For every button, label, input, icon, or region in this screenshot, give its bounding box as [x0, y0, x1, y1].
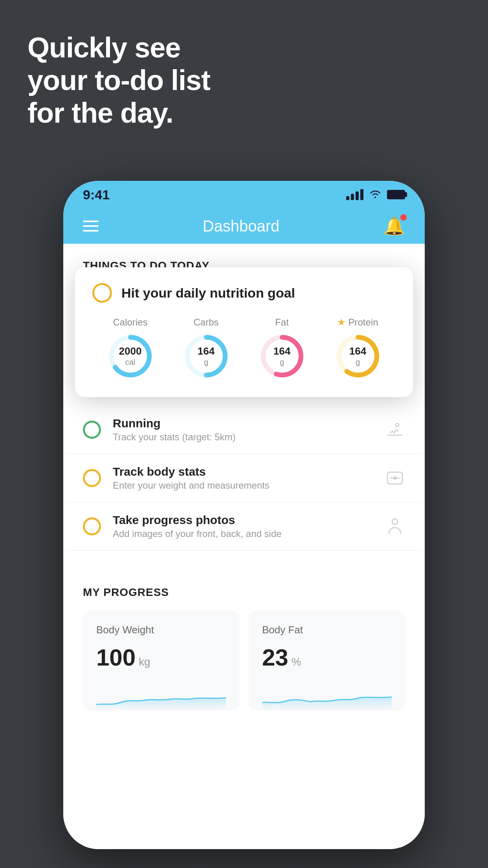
card-title: Hit your daily nutrition goal	[121, 285, 295, 301]
body-weight-card[interactable]: Body Weight 100 kg	[83, 611, 239, 710]
protein-donut: 164 g	[334, 333, 382, 380]
body-fat-unit: %	[292, 656, 301, 668]
carbs-donut: 164 g	[183, 333, 230, 380]
progress-section: MY PROGRESS Body Weight 100 kg	[63, 566, 425, 710]
protein-value: 164 g	[349, 345, 366, 367]
hero-title: Quickly see your to-do list for the day.	[28, 31, 210, 129]
photos-subtitle: Add images of your front, back, and side	[113, 528, 373, 539]
fat-label: Fat	[275, 317, 289, 328]
svg-point-10	[392, 519, 398, 524]
todo-list: Running Track your stats (target: 5km) T…	[63, 406, 425, 551]
notification-badge	[400, 214, 407, 221]
running-icon	[385, 419, 405, 440]
battery-icon	[387, 190, 405, 199]
signal-icon	[346, 189, 363, 200]
menu-button[interactable]	[83, 221, 99, 232]
running-text: Running Track your stats (target: 5km)	[113, 417, 373, 443]
body-fat-number: 23	[262, 644, 288, 671]
nutrition-card[interactable]: Hit your daily nutrition goal Calories	[75, 267, 413, 397]
carbs-value: 164 g	[198, 345, 215, 367]
nutrition-fat: Fat 164 g	[259, 317, 306, 380]
running-subtitle: Track your stats (target: 5km)	[113, 432, 373, 443]
scale-icon	[385, 468, 405, 488]
task-radio-body-stats[interactable]	[83, 469, 101, 487]
body-stats-subtitle: Enter your weight and measurements	[113, 480, 373, 491]
body-weight-label: Body Weight	[96, 624, 226, 636]
body-fat-label: Body Fat	[262, 624, 392, 636]
body-weight-unit: kg	[139, 656, 150, 668]
task-radio-nutrition[interactable]	[92, 283, 112, 303]
status-bar: 9:41	[63, 181, 425, 208]
status-icons	[346, 188, 405, 201]
wifi-icon	[369, 188, 382, 201]
list-item[interactable]: Running Track your stats (target: 5km)	[63, 406, 425, 454]
task-radio-photos[interactable]	[83, 517, 101, 535]
body-fat-card[interactable]: Body Fat 23 %	[249, 611, 405, 710]
nav-title: Dashboard	[203, 217, 280, 235]
photos-text: Take progress photos Add images of your …	[113, 513, 373, 539]
progress-title: MY PROGRESS	[83, 586, 405, 599]
app-content: THINGS TO DO TODAY Hit your daily nutrit…	[63, 244, 425, 849]
running-title: Running	[113, 417, 373, 430]
list-item[interactable]: Track body stats Enter your weight and m…	[63, 454, 425, 502]
nutrition-protein: ★ Protein 164 g	[334, 317, 382, 380]
nutrition-circles: Calories 2000 cal	[92, 317, 396, 380]
body-weight-number: 100	[96, 644, 136, 671]
protein-label: ★ Protein	[337, 317, 378, 328]
notification-bell-icon[interactable]: 🔔	[383, 216, 405, 236]
card-header: Hit your daily nutrition goal	[92, 283, 396, 303]
body-weight-value: 100 kg	[96, 644, 226, 671]
calories-label: Calories	[113, 317, 147, 328]
body-fat-value: 23 %	[262, 644, 392, 671]
body-weight-chart	[96, 683, 226, 710]
nutrition-calories: Calories 2000 cal	[107, 317, 154, 380]
phone-mockup: 9:41 Dashboard	[63, 181, 425, 849]
list-item[interactable]: Take progress photos Add images of your …	[63, 502, 425, 551]
fat-donut: 164 g	[259, 333, 306, 380]
carbs-label: Carbs	[193, 317, 218, 328]
task-radio-running[interactable]	[83, 421, 101, 439]
body-fat-chart	[262, 683, 392, 710]
calories-donut: 2000 cal	[107, 333, 154, 380]
calories-value: 2000 cal	[119, 345, 142, 367]
body-stats-title: Track body stats	[113, 465, 373, 478]
status-time: 9:41	[83, 187, 110, 202]
fat-value: 164 g	[273, 345, 290, 367]
body-stats-text: Track body stats Enter your weight and m…	[113, 465, 373, 491]
star-icon: ★	[337, 317, 346, 328]
nav-bar: Dashboard 🔔	[63, 208, 425, 244]
nutrition-carbs: Carbs 164 g	[183, 317, 230, 380]
photos-title: Take progress photos	[113, 513, 373, 527]
progress-cards: Body Weight 100 kg	[83, 611, 405, 710]
person-icon	[385, 516, 405, 537]
